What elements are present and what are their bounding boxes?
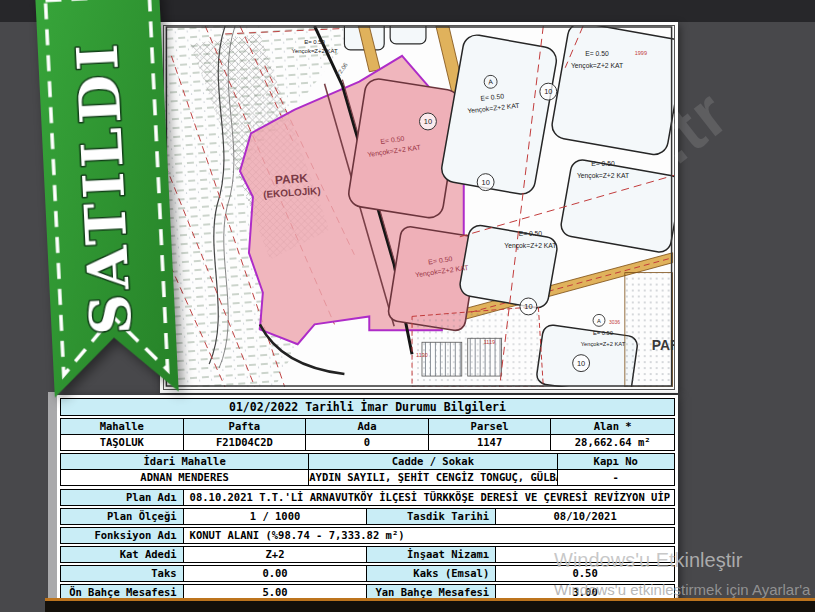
col-header-parsel: Parsel — [429, 419, 552, 434]
map-park-cutoff-label: PAR — [652, 337, 674, 353]
row-label-2: İnşaat Nizamı — [367, 547, 496, 562]
address-section: İdari Mahalle Cadde / Sokak Kapı No ADNA… — [60, 453, 675, 486]
col-header-ada: Ada — [306, 419, 429, 434]
svg-text:Yençok=Z+2 KAT: Yençok=Z+2 KAT — [292, 48, 338, 54]
row-value: Z+2 — [184, 547, 368, 562]
windows-activation-watermark: Windows'u Etkinleştir Windows'u etkinleş… — [554, 549, 815, 598]
row-label-2: Tasdik Tarihi — [367, 509, 496, 524]
row-label: Taks — [61, 566, 184, 581]
row-value: 08.10.2021 T.T.'Lİ ARNAVUTKÖY İLÇESİ TÜR… — [184, 490, 674, 505]
row-label: Kat Adedi — [61, 547, 184, 562]
row-value: 0.00 — [184, 566, 368, 581]
svg-text:10: 10 — [577, 359, 585, 368]
value-idari-mahalle: ADNAN MENDERES — [61, 470, 309, 485]
svg-text:10: 10 — [544, 87, 552, 96]
row-label: Plan Adı — [61, 490, 184, 505]
svg-text:A: A — [597, 318, 601, 324]
col-header-cadde-sokak: Cadde / Sokak — [309, 454, 557, 469]
photo-edge-shadow — [48, 392, 57, 598]
map-parcel-number: 1999 — [635, 50, 647, 56]
windows-watermark-line2: Windows'u etkinleştirmek için Ayarlar'a … — [554, 581, 815, 598]
svg-text:10: 10 — [424, 117, 432, 126]
value-parsel: 1147 — [429, 435, 552, 450]
row-fonksiyon-adi: Fonksiyon Adı KONUT ALANI (%98.74 - 7,33… — [60, 527, 675, 544]
map-park-label-1: PARK — [275, 171, 309, 187]
parcel-id-section: Mahalle Pafta Ada Parsel Alan * TAŞOLUK … — [60, 418, 675, 451]
svg-text:1130: 1130 — [416, 352, 428, 358]
zoning-map-frame: 10 10 10 10 10 PARK (EKOLOJİK) E= 0.50 Y… — [163, 25, 675, 390]
svg-text:E= 0.50: E= 0.50 — [519, 230, 543, 237]
sold-ribbon: SATILDI — [32, 0, 182, 407]
svg-text:Yençok=Z+2 KAT: Yençok=Z+2 KAT — [571, 62, 623, 70]
svg-text:1119: 1119 — [484, 339, 495, 345]
value-kapi-no: - — [558, 470, 675, 485]
col-header-kapi-no: Kapı No — [558, 454, 675, 469]
value-cadde-sokak: AYDIN SAYILI, ŞEHİT CENGİZ TONGUÇ, GÜLBA… — [309, 470, 557, 485]
zoning-map-drawing: 10 10 10 10 10 PARK (EKOLOJİK) E= 0.50 Y… — [164, 26, 674, 387]
windows-watermark-line1: Windows'u Etkinleştir — [554, 549, 815, 572]
svg-text:E= 0.50: E= 0.50 — [593, 330, 613, 336]
value-mahalle: TAŞOLUK — [61, 435, 184, 450]
svg-text:Yençok=Z+2 KAT: Yençok=Z+2 KAT — [577, 172, 629, 180]
row-plan-olcegi: Plan Ölçeği 1 / 1000 Tasdik Tarihi 08/10… — [60, 508, 675, 525]
svg-text:Yençok=Z+2 KAT: Yençok=Z+2 KAT — [504, 242, 556, 250]
row-value: 1 / 1000 — [184, 509, 368, 524]
value-ada: 0 — [306, 435, 429, 450]
svg-text:10: 10 — [524, 302, 532, 311]
col-header-idari-mahalle: İdari Mahalle — [61, 454, 309, 469]
svg-text:E= 0.50: E= 0.50 — [585, 50, 609, 57]
svg-text:E= 0.50: E= 0.50 — [591, 160, 615, 167]
row-value: KONUT ALANI (%98.74 - 7,333.82 m²) — [184, 528, 674, 543]
col-header-pafta: Pafta — [184, 419, 307, 434]
col-header-alan: Alan * — [551, 419, 674, 434]
svg-text:10: 10 — [481, 178, 489, 187]
value-pafta: F21D04C2D — [184, 435, 307, 450]
col-header-mahalle: Mahalle — [61, 419, 184, 434]
bottom-dark-strip — [45, 598, 815, 612]
row-value-2: 08/10/2021 — [496, 509, 674, 524]
row-plan-adi: Plan Adı 08.10.2021 T.T.'Lİ ARNAVUTKÖY İ… — [60, 489, 675, 506]
svg-text:Yençok=Z+2 KAT: Yençok=Z+2 KAT — [581, 341, 626, 347]
svg-text:E= 0.50: E= 0.50 — [304, 39, 325, 45]
value-alan: 28,662.64 m² — [551, 435, 674, 450]
row-label: Fonksiyon Adı — [61, 528, 184, 543]
svg-text:3036: 3036 — [609, 320, 620, 325]
row-label-2: Kaks (Emsal) — [367, 566, 496, 581]
zoning-map-photo: 10 10 10 10 10 PARK (EKOLOJİK) E= 0.50 Y… — [160, 22, 678, 393]
row-label: Plan Ölçeği — [61, 509, 184, 524]
